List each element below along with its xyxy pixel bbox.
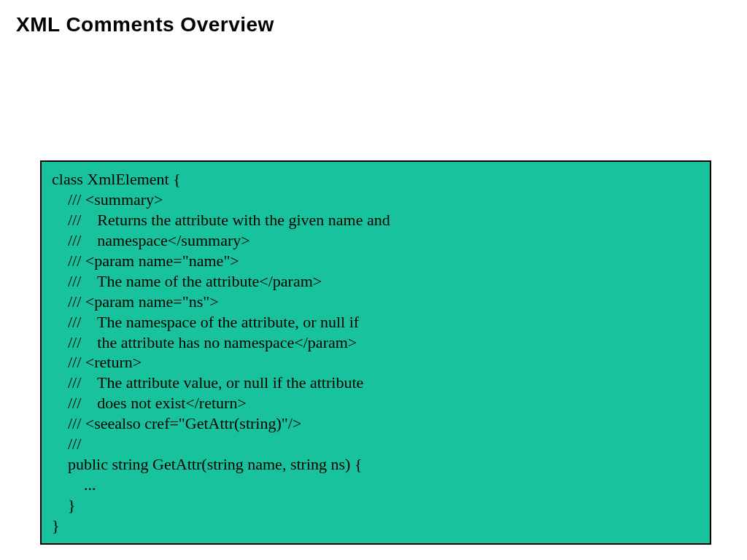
code-line: } bbox=[52, 495, 700, 516]
code-line: /// <return> bbox=[52, 352, 700, 373]
code-line: /// the attribute has no namespace</para… bbox=[52, 332, 700, 353]
code-line: /// The name of the attribute</param> bbox=[52, 271, 700, 292]
code-line: /// <seealso cref="GetAttr(string)"/> bbox=[52, 413, 700, 434]
code-line: public string GetAttr(string name, strin… bbox=[52, 454, 700, 475]
page-title: XML Comments Overview bbox=[16, 13, 274, 36]
code-line: /// namespace</summary> bbox=[52, 230, 700, 251]
code-line: /// The namespace of the attribute, or n… bbox=[52, 312, 700, 332]
code-line: ... bbox=[52, 475, 700, 495]
code-line: /// does not exist</return> bbox=[52, 393, 700, 413]
code-line: /// <summary> bbox=[52, 190, 700, 210]
code-line: /// Returns the attribute with the given… bbox=[52, 210, 700, 230]
code-block: class XmlElement { /// <summary> /// Ret… bbox=[40, 160, 711, 545]
code-line: /// <param name="ns"> bbox=[52, 292, 700, 312]
code-line: /// The attribute value, or null if the … bbox=[52, 373, 700, 393]
code-line: /// bbox=[52, 434, 700, 454]
code-line: /// <param name="name"> bbox=[52, 251, 700, 271]
code-line: class XmlElement { bbox=[52, 169, 700, 190]
code-line: } bbox=[52, 516, 700, 536]
